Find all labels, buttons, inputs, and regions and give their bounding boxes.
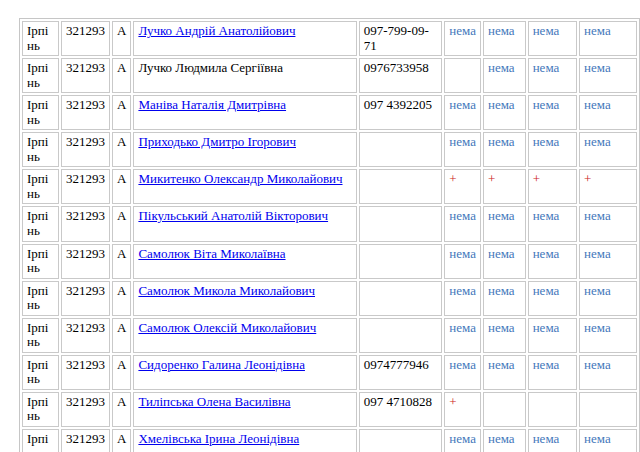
cell-letter: А — [112, 429, 131, 452]
cell-status-2 — [483, 392, 526, 427]
cell-status-4: нема — [579, 206, 637, 241]
cell-postal-code: 321293 — [61, 244, 110, 279]
status-nema-label: нема — [533, 246, 560, 261]
cell-phone — [359, 429, 443, 452]
person-name-link[interactable]: Самолюк Микола Миколайович — [138, 283, 315, 298]
status-nema-label: нема — [488, 134, 515, 149]
person-name-link[interactable]: Микитенко Олександр Миколайович — [138, 171, 342, 186]
cell-phone: 0974777946 — [359, 355, 443, 390]
cell-status-3: нема — [528, 318, 577, 353]
person-name-link[interactable]: Тиліпська Олена Василівна — [138, 394, 290, 409]
status-nema-label: нема — [488, 208, 515, 223]
cell-status-2: нема — [483, 95, 526, 130]
status-plus-mark: + — [533, 171, 540, 186]
cell-person-name: Лучко Андрій Анатолійович — [133, 21, 356, 56]
cell-person-name: Тиліпська Олена Василівна — [133, 392, 356, 427]
cell-status-2: нема — [483, 355, 526, 390]
cell-status-1: нема — [444, 132, 481, 167]
cell-city: Ірпінь — [22, 244, 59, 279]
cell-city: Ірпінь — [22, 355, 59, 390]
status-nema-label: нема — [449, 283, 476, 298]
cell-status-4: нема — [579, 355, 637, 390]
cell-status-4: нема — [579, 244, 637, 279]
person-name-link[interactable]: Приходько Дмитро Ігорович — [138, 134, 296, 149]
person-name-link[interactable]: Пікульський Анатолій Вікторович — [138, 208, 328, 223]
cell-person-name: Самолюк Микола Миколайович — [133, 281, 356, 316]
status-nema-label: нема — [449, 208, 476, 223]
cell-city: Ірпінь — [22, 169, 59, 204]
cell-status-1: нема — [444, 281, 481, 316]
status-plus-mark: + — [488, 171, 495, 186]
cell-status-1: нема — [444, 206, 481, 241]
cell-status-2: нема — [483, 244, 526, 279]
cell-status-4: нема — [579, 21, 637, 56]
cell-letter: А — [112, 58, 131, 93]
status-nema-label: нема — [533, 357, 560, 372]
cell-phone: 097 4710828 — [359, 392, 443, 427]
cell-status-1: + — [444, 392, 481, 427]
table-row: Ірпінь321293АСамолюк Олексій Миколайович… — [22, 318, 637, 353]
table-row: Ірпінь321293АМикитенко Олександр Миколай… — [22, 169, 637, 204]
cell-person-name: Маніва Наталія Дмитрівна — [133, 95, 356, 130]
cell-phone: 097-799-09-71 — [359, 21, 443, 56]
person-name-link[interactable]: Лучко Андрій Анатолійович — [138, 23, 295, 38]
cell-status-4: нема — [579, 318, 637, 353]
status-plus-mark: + — [584, 171, 591, 186]
cell-status-2: нема — [483, 132, 526, 167]
cell-person-name: Самолюк Олексій Миколайович — [133, 318, 356, 353]
cell-status-4 — [579, 392, 637, 427]
cell-letter: А — [112, 169, 131, 204]
status-nema-label: нема — [488, 431, 515, 446]
phone-directory-table: Ірпінь321293АЛучко Андрій Анатолійович09… — [19, 18, 640, 452]
table-row: Ірпінь321293АПриходько Дмитро Ігоровичне… — [22, 132, 637, 167]
person-name-link[interactable]: Самолюк Віта Миколаївна — [138, 246, 285, 261]
cell-postal-code: 321293 — [61, 21, 110, 56]
cell-status-4: нема — [579, 281, 637, 316]
person-name-link[interactable]: Сидоренко Галина Леонідівна — [138, 357, 305, 372]
status-nema-label: нема — [449, 23, 476, 38]
cell-status-1 — [444, 58, 481, 93]
person-name-link[interactable]: Самолюк Олексій Миколайович — [138, 320, 316, 335]
person-name-link[interactable]: Хмелівська Ірина Леонідівна — [138, 431, 299, 446]
cell-person-name: Хмелівська Ірина Леонідівна — [133, 429, 356, 452]
person-name-text: Лучко Людмила Сергіївна — [138, 60, 283, 75]
status-nema-label: нема — [488, 60, 515, 75]
cell-phone — [359, 281, 443, 316]
status-nema-label: нема — [488, 97, 515, 112]
status-nema-label: нема — [449, 97, 476, 112]
cell-status-2: нема — [483, 281, 526, 316]
cell-letter: А — [112, 318, 131, 353]
cell-person-name: Микитенко Олександр Миколайович — [133, 169, 356, 204]
table-row: Ірпінь321293АПікульський Анатолій Віктор… — [22, 206, 637, 241]
status-nema-label: нема — [488, 357, 515, 372]
cell-status-4: + — [579, 169, 637, 204]
table-row: Ірпінь321293АХмелівська Ірина Леонідівна… — [22, 429, 637, 452]
status-nema-label: нема — [584, 283, 611, 298]
status-nema-label: нема — [449, 320, 476, 335]
status-nema-label: нема — [533, 208, 560, 223]
cell-person-name: Лучко Людмила Сергіївна — [133, 58, 356, 93]
cell-person-name: Пікульський Анатолій Вікторович — [133, 206, 356, 241]
table-row: Ірпінь321293АЛучко Андрій Анатолійович09… — [22, 21, 637, 56]
status-nema-label: нема — [584, 60, 611, 75]
status-nema-label: нема — [584, 97, 611, 112]
cell-status-2: нема — [483, 21, 526, 56]
cell-status-1: нема — [444, 95, 481, 130]
page-body: Ірпінь321293АЛучко Андрій Анатолійович09… — [0, 0, 640, 452]
cell-postal-code: 321293 — [61, 95, 110, 130]
table-row: Ірпінь321293АЛучко Людмила Сергіївна0976… — [22, 58, 637, 93]
status-plus-mark: + — [449, 171, 456, 186]
cell-status-2: нема — [483, 58, 526, 93]
person-name-link[interactable]: Маніва Наталія Дмитрівна — [138, 97, 286, 112]
cell-status-1: нема — [444, 318, 481, 353]
cell-letter: А — [112, 355, 131, 390]
cell-phone: 0976733958 — [359, 58, 443, 93]
cell-status-4: нема — [579, 58, 637, 93]
cell-letter: А — [112, 392, 131, 427]
status-nema-label: нема — [533, 431, 560, 446]
status-nema-label: нема — [449, 431, 476, 446]
cell-status-2: нема — [483, 206, 526, 241]
cell-letter: А — [112, 281, 131, 316]
cell-status-1: нема — [444, 244, 481, 279]
cell-status-2: + — [483, 169, 526, 204]
